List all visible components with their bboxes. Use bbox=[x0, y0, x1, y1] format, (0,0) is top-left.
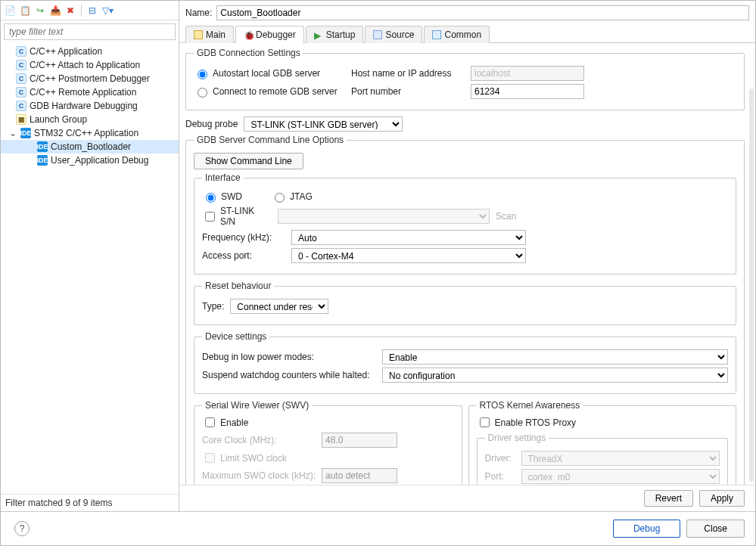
max-swo-input bbox=[322, 468, 397, 483]
core-clock-input bbox=[322, 433, 397, 448]
play-icon: ▶ bbox=[314, 30, 323, 39]
tab-bar: Main 🐞Debugger ▶Startup Source Common bbox=[179, 25, 755, 43]
core-clock-label: Core Clock (MHz): bbox=[202, 435, 316, 445]
tree-item[interactable]: CC/C++ Application bbox=[1, 45, 179, 58]
swv-enable-checkbox[interactable]: Enable bbox=[202, 415, 454, 430]
low-power-select[interactable]: Enable bbox=[382, 349, 728, 365]
wdog-select[interactable]: No configuration bbox=[382, 368, 728, 383]
rtos-port-select: cortex_m0 bbox=[521, 469, 720, 484]
filter-icon[interactable]: ▽▾ bbox=[101, 5, 114, 17]
new-config-icon[interactable]: 📄 bbox=[4, 5, 16, 17]
toolbar-separator bbox=[81, 5, 82, 17]
autostart-radio[interactable]: Autostart local GDB server bbox=[194, 67, 345, 79]
common-icon bbox=[432, 30, 441, 39]
rtos-enable-checkbox[interactable]: Enable RTOS Proxy bbox=[477, 415, 729, 430]
rtos-legend: RTOS Kernel Awareness bbox=[477, 400, 583, 411]
bug-icon: 🐞 bbox=[244, 30, 253, 39]
swv-group: Serial Wire Viewer (SWV) Enable Core Clo… bbox=[194, 400, 462, 485]
name-label: Name: bbox=[185, 8, 212, 18]
show-cmdline-button[interactable]: Show Command Line bbox=[194, 153, 303, 169]
reset-group: Reset behaviour Type: Connect under rese… bbox=[194, 281, 736, 325]
access-port-select[interactable]: 0 - Cortex-M4 bbox=[291, 248, 526, 263]
server-options-group: GDB Server Command Line Options Show Com… bbox=[185, 135, 745, 485]
chevron-down-icon[interactable]: ⌄ bbox=[8, 128, 17, 138]
remote-radio[interactable]: Connect to remote GDB server bbox=[194, 85, 345, 98]
c-icon: C bbox=[16, 87, 26, 98]
filter-count: Filter matched 9 of 9 items bbox=[1, 494, 179, 511]
ide-icon: IDE bbox=[37, 155, 48, 166]
tab-main[interactable]: Main bbox=[185, 26, 234, 43]
swv-legend: Serial Wire Viewer (SWV) bbox=[202, 400, 312, 411]
limit-swo-checkbox: Limit SWO clock bbox=[202, 451, 454, 465]
tree-item-bootloader[interactable]: IDECustom_Bootloader bbox=[1, 140, 179, 154]
debug-probe-select[interactable]: ST-LINK (ST-LINK GDB server) bbox=[244, 116, 403, 132]
wdog-label: Suspend watchdog counters while halted: bbox=[202, 370, 376, 380]
delete-icon[interactable]: ✖ bbox=[64, 5, 76, 17]
driver-legend: Driver settings bbox=[485, 433, 549, 443]
name-input[interactable] bbox=[216, 5, 749, 20]
tree-item[interactable]: ⌄IDESTM32 C/C++ Application bbox=[1, 126, 179, 140]
scan-button: Scan bbox=[496, 211, 516, 222]
close-button[interactable]: Close bbox=[686, 520, 745, 538]
duplicate-icon[interactable]: 📋 bbox=[19, 5, 31, 17]
freq-label: Frequency (kHz): bbox=[202, 232, 285, 243]
rtos-group: RTOS Kernel Awareness Enable RTOS Proxy … bbox=[468, 400, 737, 485]
gdb-connection-legend: GDB Connection Settings bbox=[194, 48, 303, 58]
debug-button[interactable]: Debug bbox=[613, 520, 680, 538]
interface-legend: Interface bbox=[202, 172, 244, 183]
jtag-radio[interactable]: JTAG bbox=[271, 191, 313, 203]
reset-legend: Reset behaviour bbox=[202, 281, 274, 291]
sn-select bbox=[278, 209, 490, 224]
reset-type-label: Type: bbox=[202, 301, 224, 312]
source-icon bbox=[373, 30, 382, 39]
sidebar-toolbar: 📄 📋 ↪ 📥 ✖ ⊟ ▽▾ bbox=[1, 1, 179, 20]
tab-common[interactable]: Common bbox=[424, 26, 490, 43]
config-tree: CC/C++ Application CC/C++ Attach to Appl… bbox=[1, 43, 179, 494]
swd-radio[interactable]: SWD bbox=[202, 191, 242, 203]
device-legend: Device settings bbox=[202, 331, 269, 342]
driver-select: ThreadX bbox=[521, 451, 720, 466]
driver-label: Driver: bbox=[485, 453, 515, 464]
driver-group: Driver settings Driver:ThreadX Port:cort… bbox=[477, 433, 729, 485]
filter-input[interactable] bbox=[4, 23, 176, 40]
c-icon: C bbox=[16, 60, 26, 70]
tree-item[interactable]: CGDB Hardware Debugging bbox=[1, 99, 179, 113]
c-icon: C bbox=[16, 46, 26, 57]
tab-source[interactable]: Source bbox=[365, 26, 422, 43]
interface-group: Interface SWD JTAG ST-LINK S/N Scan Freq… bbox=[194, 172, 736, 275]
ide-icon: IDE bbox=[37, 141, 48, 152]
revert-button[interactable]: Revert bbox=[644, 490, 693, 507]
access-port-label: Access port: bbox=[202, 250, 285, 261]
host-label: Host name or IP address bbox=[351, 68, 465, 79]
tree-item[interactable]: CC/C++ Postmortem Debugger bbox=[1, 72, 179, 85]
help-icon[interactable]: ? bbox=[14, 521, 30, 536]
debugger-panel: GDB Connection Settings Autostart local … bbox=[179, 43, 755, 485]
group-icon: ▦ bbox=[16, 114, 26, 125]
scrollbar[interactable] bbox=[749, 88, 754, 482]
tree-item-userapp[interactable]: IDEUser_Application Debug bbox=[1, 154, 179, 167]
reset-type-select[interactable]: Connect under reset bbox=[230, 299, 328, 314]
port-input[interactable] bbox=[471, 84, 584, 99]
tree-item[interactable]: CC/C++ Remote Application bbox=[1, 85, 179, 99]
apply-button[interactable]: Apply bbox=[699, 490, 745, 507]
gdb-connection-group: GDB Connection Settings Autostart local … bbox=[185, 48, 745, 110]
tree-item[interactable]: ▦Launch Group bbox=[1, 113, 179, 126]
import-icon[interactable]: 📥 bbox=[49, 5, 61, 17]
main-tab-icon bbox=[194, 30, 203, 39]
low-power-label: Debug in low power modes: bbox=[202, 352, 376, 362]
port-label: Port number bbox=[351, 86, 465, 97]
device-group: Device settings Debug in low power modes… bbox=[194, 331, 736, 394]
debug-probe-label: Debug probe bbox=[185, 119, 238, 129]
tab-startup[interactable]: ▶Startup bbox=[306, 26, 364, 43]
host-input bbox=[471, 66, 584, 81]
ide-icon: IDE bbox=[20, 128, 31, 138]
freq-select[interactable]: Auto bbox=[291, 230, 526, 245]
collapse-icon[interactable]: ⊟ bbox=[86, 5, 98, 17]
rtos-port-label: Port: bbox=[485, 471, 515, 482]
tab-debugger[interactable]: 🐞Debugger bbox=[235, 26, 304, 43]
export-icon[interactable]: ↪ bbox=[34, 5, 46, 17]
server-options-legend: GDB Server Command Line Options bbox=[194, 135, 347, 145]
tree-item[interactable]: CC/C++ Attach to Application bbox=[1, 58, 179, 72]
max-swo-label: Maximum SWO clock (kHz): bbox=[202, 470, 316, 481]
sn-checkbox[interactable]: ST-LINK S/N bbox=[202, 206, 272, 227]
